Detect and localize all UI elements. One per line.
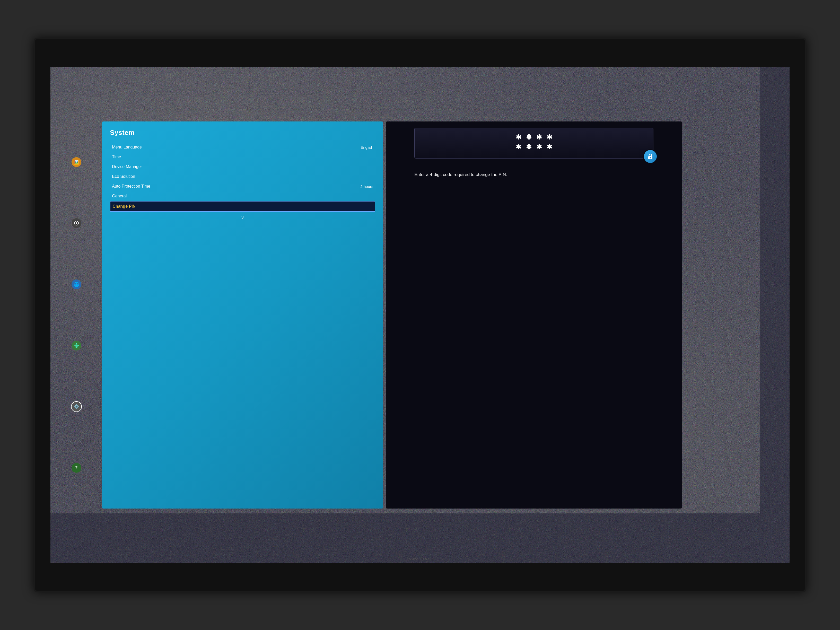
menu-item-device-manager[interactable]: Device Manager [110,162,375,172]
content-area: 🖼️ 🌐 ⚙️ ? Sy [51,67,789,563]
pin-dot-8: ✱ [546,144,552,150]
pin-dot-6: ✱ [526,144,532,150]
pin-dot-5: ✱ [516,144,521,150]
sound-sidebar-icon[interactable] [71,218,81,228]
menu-device-label: Device Manager [112,164,142,169]
svg-point-1 [76,223,77,224]
smart-sidebar-icon[interactable] [71,341,81,351]
support-sidebar-icon[interactable]: ? [71,463,81,473]
svg-marker-3 [75,344,78,347]
menu-auto-label: Auto Protection Time [112,184,150,189]
menu-item-time[interactable]: Time [110,152,375,162]
picture-sidebar-icon[interactable]: 🖼️ [71,157,81,167]
tv-frame: 🖼️ 🌐 ⚙️ ? Sy [34,38,807,592]
menu-time-label: Time [112,155,121,159]
menu-auto-value: 2 hours [360,184,373,189]
pin-dot-4: ✱ [546,134,552,141]
pin-dot-3: ✱ [536,134,542,141]
menu-eco-label: Eco Solution [112,174,135,179]
menu-item-auto-protection[interactable]: Auto Protection Time 2 hours [110,182,375,191]
pin-instructions: Enter a 4-digit code required to change … [414,171,654,178]
pin-row-2: ✱ ✱ ✱ ✱ [420,144,648,150]
pin-dot-7: ✱ [536,144,542,150]
svg-point-5 [650,157,651,158]
menu-change-pin-label: Change PIN [112,204,136,209]
pin-dot-2: ✱ [526,134,532,141]
system-menu: System Menu Language English Time Device… [102,122,383,508]
menu-language-value: English [360,145,373,150]
pin-row-1: ✱ ✱ ✱ ✱ [420,134,648,141]
menu-item-change-pin[interactable]: Change PIN [110,201,375,212]
pin-panel: ✱ ✱ ✱ ✱ ✱ ✱ ✱ ✱ [386,122,682,508]
tv-screen: 🖼️ 🌐 ⚙️ ? Sy [51,67,789,563]
pin-dot-1: ✱ [516,134,521,141]
system-sidebar-icon[interactable]: ⚙️ [71,402,81,412]
menu-item-eco[interactable]: Eco Solution [110,172,375,182]
menu-title: System [110,129,375,137]
sidebar: 🖼️ 🌐 ⚙️ ? [51,129,102,501]
menu-item-general[interactable]: General [110,191,375,201]
pin-display-box: ✱ ✱ ✱ ✱ ✱ ✱ ✱ ✱ [414,128,654,158]
scroll-down-indicator: ∨ [110,215,375,221]
menu-item-language[interactable]: Menu Language English [110,142,375,152]
menu-language-label: Menu Language [112,145,142,150]
menu-general-label: General [112,194,126,199]
lock-icon [643,149,658,164]
network-sidebar-icon[interactable]: 🌐 [71,279,81,289]
